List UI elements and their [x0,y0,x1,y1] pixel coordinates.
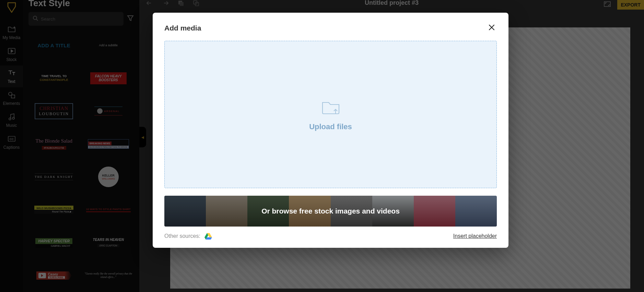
modal-close-button[interactable] [487,22,497,34]
upload-folder-icon [320,98,341,118]
upload-dropzone[interactable]: Upload files [164,41,497,188]
other-sources-label: Other sources: [164,233,200,239]
upload-text: Upload files [309,122,352,131]
close-icon [488,24,495,33]
browse-stock-button[interactable]: Or browse free stock images and videos [164,196,497,227]
google-drive-button[interactable] [204,233,212,240]
insert-placeholder-link[interactable]: Insert placeholder [453,233,497,239]
modal-title: Add media [164,24,201,32]
add-media-modal: Add media Upload files Or browse free st… [153,13,508,248]
stock-banner-text: Or browse free stock images and videos [261,207,400,215]
